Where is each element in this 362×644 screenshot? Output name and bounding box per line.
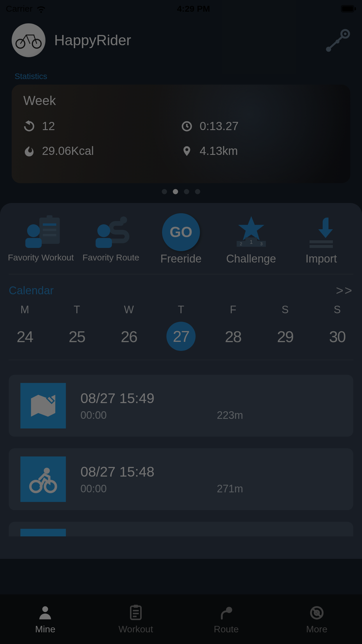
svg-rect-12 <box>43 223 56 226</box>
tab-mine[interactable]: Mine <box>0 594 91 644</box>
svg-point-19 <box>97 224 110 237</box>
activity-card[interactable]: 08/27 15:48 00:00 271m <box>9 448 353 510</box>
connect-icon[interactable] <box>325 27 350 53</box>
tab-bar: Mine Workout Route More <box>0 594 362 644</box>
calendar-week: M24 T25 W26 T27 F28 S29 S30 <box>9 304 353 360</box>
svg-point-39 <box>227 608 231 612</box>
svg-point-7 <box>344 33 347 35</box>
menu-import[interactable]: Import <box>289 212 353 265</box>
svg-point-9 <box>335 40 339 43</box>
menu-favorite-route[interactable]: Favority Route <box>79 212 143 265</box>
map-route-icon <box>20 383 66 428</box>
tab-workout[interactable]: Workout <box>91 594 181 644</box>
calendar-day[interactable]: M24 <box>9 304 41 351</box>
pager-dot[interactable] <box>184 189 189 194</box>
stat-count: 12 <box>23 120 181 133</box>
svg-rect-20 <box>96 238 112 248</box>
svg-rect-17 <box>25 238 42 248</box>
calendar-expand[interactable]: >> <box>336 283 353 298</box>
calendar-day[interactable]: S30 <box>321 304 353 351</box>
stat-distance: 4.13km <box>181 144 339 158</box>
svg-marker-21 <box>238 216 264 240</box>
menu-row: Favority Workout Favority Route GO <box>9 212 353 274</box>
svg-text:1: 1 <box>249 239 252 245</box>
svg-text:2: 2 <box>240 242 242 246</box>
svg-point-16 <box>27 224 40 237</box>
go-button[interactable]: GO <box>162 213 200 251</box>
pin-icon <box>181 145 193 157</box>
main-panel: Favority Workout Favority Route GO <box>0 203 362 559</box>
cyclist-icon <box>20 456 66 502</box>
stats-period: Week <box>23 93 339 108</box>
svg-rect-14 <box>43 234 56 236</box>
activity-distance: 271m <box>217 483 342 495</box>
activity-list: 08/27 15:49 00:00 223m 08/27 15:48 00:00… <box>9 375 353 536</box>
flame-icon <box>23 145 35 157</box>
statistics-card[interactable]: Week 12 0:13.27 29.06Kcal 4.13km <box>12 85 350 183</box>
svg-point-32 <box>44 468 50 474</box>
activity-duration: 00:00 <box>80 409 205 421</box>
pager-dot[interactable] <box>162 189 167 194</box>
calendar-day[interactable]: W26 <box>113 304 145 351</box>
repeat-icon <box>23 120 35 132</box>
svg-rect-35 <box>133 605 138 608</box>
statistics-label: Statistics <box>15 72 362 81</box>
svg-text:3: 3 <box>260 242 263 246</box>
tab-more[interactable]: More <box>272 594 362 644</box>
avatar[interactable] <box>12 23 45 57</box>
calendar-day[interactable]: S29 <box>269 304 301 351</box>
clock-icon <box>181 120 193 132</box>
svg-rect-29 <box>310 245 333 248</box>
activity-timestamp: 08/27 15:48 <box>80 464 342 480</box>
activity-card[interactable]: 08/27 15:49 00:00 223m <box>9 375 353 437</box>
tab-route[interactable]: Route <box>181 594 272 644</box>
menu-freeride[interactable]: GO Freeride <box>149 212 213 265</box>
route-icon <box>217 604 235 622</box>
svg-rect-13 <box>43 229 56 231</box>
calendar-day[interactable]: F28 <box>217 304 249 351</box>
menu-label: Favority Route <box>82 253 139 262</box>
menu-label: Favority Workout <box>8 253 74 262</box>
svg-point-18 <box>120 216 127 223</box>
status-bar: Carrier 4:29 PM <box>0 0 362 18</box>
username: HappyRider <box>54 32 325 49</box>
svg-rect-2 <box>355 7 356 10</box>
svg-rect-1 <box>342 6 353 11</box>
svg-point-33 <box>42 606 48 612</box>
menu-challenge[interactable]: 1 2 3 Challenge <box>219 212 283 265</box>
stat-calories: 29.06Kcal <box>23 144 181 158</box>
menu-favorite-workout[interactable]: Favority Workout <box>9 212 73 265</box>
clipboard-icon <box>127 604 145 622</box>
svg-rect-28 <box>310 240 333 243</box>
activity-duration: 00:00 <box>80 483 205 495</box>
calendar-label: Calendar <box>9 284 54 297</box>
menu-label: Challenge <box>226 253 276 265</box>
menu-label: Import <box>305 253 337 265</box>
menu-label: Freeride <box>160 253 202 265</box>
pager <box>0 189 362 194</box>
status-time: 4:29 PM <box>177 4 210 14</box>
svg-rect-15 <box>47 215 52 220</box>
calendar-day-selected[interactable]: T27 <box>165 304 197 351</box>
activity-icon <box>20 529 66 536</box>
pager-dot[interactable] <box>195 189 200 194</box>
activity-card[interactable] <box>9 522 353 536</box>
wifi-icon <box>36 4 46 14</box>
stat-duration: 0:13.27 <box>181 120 339 133</box>
status-carrier: Carrier <box>6 4 33 14</box>
activity-timestamp: 08/27 15:49 <box>80 390 342 406</box>
calendar-day[interactable]: T25 <box>61 304 93 351</box>
battery-icon <box>341 5 356 13</box>
activity-distance: 223m <box>217 409 342 421</box>
gear-icon <box>308 604 326 622</box>
person-icon <box>36 604 54 622</box>
pager-dot[interactable] <box>173 189 178 194</box>
